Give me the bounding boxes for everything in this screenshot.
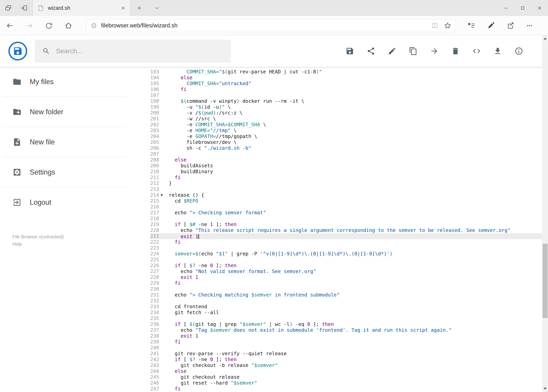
reading-view-icon[interactable] (431, 22, 438, 29)
browser-tab[interactable]: wizard.sh (33, 0, 131, 16)
refresh-button[interactable] (39, 16, 59, 35)
code-line[interactable]: 232 (129, 298, 542, 304)
rename-button[interactable] (388, 47, 396, 55)
code-line[interactable]: 203 -e HOME="//tmp" \ (129, 128, 542, 133)
maximize-button[interactable] (514, 0, 531, 16)
code-line[interactable]: 237 echo "Tag $semver does not exist in … (129, 327, 542, 333)
code-line[interactable]: 244 else (129, 368, 542, 374)
code-line[interactable]: 215 cd $REPO (129, 198, 542, 204)
info-button[interactable] (514, 47, 523, 55)
share-file-button[interactable] (367, 47, 375, 55)
tab-preview-button[interactable] (4, 4, 13, 12)
code-line[interactable]: 194 else (129, 75, 542, 81)
code-line[interactable]: 227 echo "Not valid semver format. See s… (129, 268, 542, 274)
save-button[interactable] (346, 47, 354, 55)
code-line[interactable]: 236 if [ $(git tag | grep "$semver" | wc… (129, 321, 542, 327)
code-editor[interactable]: 193 COMMIT_SHA="$(git rev-parse HEAD | c… (129, 67, 542, 392)
code-line[interactable]: 207 (129, 151, 542, 157)
settings-menu-button[interactable] (520, 16, 539, 35)
code-line[interactable]: 211 fi (129, 175, 542, 181)
code-line[interactable]: 221 exit 1 (129, 233, 542, 239)
code-line[interactable]: 202 -e COMMIT_SHA=$COMMIT_SHA \ (129, 122, 542, 128)
code-line[interactable]: 218 (129, 216, 542, 222)
code-line[interactable]: 206 sh -c "./wizard.sh -b" (129, 145, 542, 151)
code-line[interactable]: 214▾release () { (129, 192, 542, 198)
code-line[interactable]: 239 fi (129, 339, 542, 345)
new-tab-button[interactable] (131, 0, 148, 16)
delete-button[interactable] (451, 47, 460, 55)
code-line[interactable]: 217 echo "> Checking semver format" (129, 210, 542, 216)
favorite-star-icon[interactable] (444, 22, 451, 29)
scroll-down-arrow-icon[interactable] (542, 385, 548, 392)
code-line[interactable]: 241 git rev-parse --verify --quiet relea… (129, 351, 542, 357)
help-link[interactable]: Help (13, 240, 64, 248)
code-line[interactable]: 208 else (129, 157, 542, 163)
code-view-button[interactable] (472, 47, 481, 55)
code-line[interactable]: 209 buildAssets (129, 163, 542, 169)
code-line[interactable]: 193 COMMIT_SHA="$(git rev-parse HEAD | c… (129, 69, 542, 75)
code-line[interactable]: 247 fi (129, 386, 542, 392)
code-line[interactable]: 242 if [ $? -ne 0 ]; then (129, 357, 542, 363)
site-info-icon[interactable] (90, 22, 97, 29)
code-line[interactable]: 229 fi (129, 280, 542, 286)
code-line[interactable]: 204 -e GOPATH=//tmp/gopath \ (129, 133, 542, 139)
url-text[interactable]: filebrowser.web/files/wizard.sh (101, 22, 427, 29)
fold-arrow-icon[interactable]: ▾ (159, 192, 169, 198)
code-line[interactable]: 225 (129, 257, 542, 263)
copy-button[interactable] (409, 47, 417, 55)
download-button[interactable] (493, 47, 502, 55)
address-bar[interactable]: filebrowser.web/files/wizard.sh (86, 19, 456, 32)
hub-button[interactable] (462, 16, 481, 35)
code-line[interactable]: 246 git reset --hard "$semver" (129, 380, 542, 386)
sidebar-item-settings[interactable]: Settings (0, 157, 129, 187)
forward-button[interactable] (20, 16, 39, 35)
code-line[interactable]: 201 -w //src \ (129, 116, 542, 122)
code-line[interactable]: 223 (129, 245, 542, 251)
code-line[interactable]: 222 fi (129, 239, 542, 245)
search-box[interactable] (35, 40, 231, 63)
page-scrollbar[interactable] (542, 35, 548, 392)
sidebar-item-new-folder[interactable]: New folder (0, 97, 129, 127)
code-line[interactable]: 240 (129, 345, 542, 351)
code-line[interactable]: 234 git fetch --all (129, 310, 542, 315)
code-line[interactable]: 210 buildBinary (129, 169, 542, 175)
scrollbar-thumb[interactable] (542, 244, 548, 318)
code-line[interactable]: 200 -v /$(pwd):/src:z \ (129, 110, 542, 116)
sidebar-item-new-file[interactable]: New file (0, 127, 129, 157)
code-line[interactable]: 197 (129, 92, 542, 98)
home-button[interactable] (59, 16, 78, 35)
code-line[interactable]: 195 COMMIT_SHA="untracked" (129, 81, 542, 86)
code-line[interactable]: 213 (129, 186, 542, 192)
code-line[interactable]: 212} (129, 181, 542, 186)
tab-list-button[interactable] (148, 0, 166, 16)
code-line[interactable]: 226 if [ $? -ne 0 ]; then (129, 263, 542, 268)
code-line[interactable]: 199 -u "$(id -u)" \ (129, 104, 542, 110)
scroll-up-arrow-icon[interactable] (542, 35, 548, 42)
code-line[interactable]: 220 echo "This release script requires a… (129, 227, 542, 233)
code-line[interactable]: 205 filebrowser/dev \ (129, 139, 542, 145)
sidebar-item-my-files[interactable]: My files (0, 67, 129, 97)
code-line[interactable]: 196 fi (129, 86, 542, 92)
code-line[interactable]: 233 cd frontend (129, 304, 542, 310)
code-line[interactable]: 238 exit 1 (129, 333, 542, 339)
set-tabs-aside-button[interactable] (20, 4, 28, 12)
app-logo[interactable] (8, 42, 27, 61)
back-button[interactable] (0, 16, 20, 35)
code-line[interactable]: 219 if [ $# -ne 1 ]; then (129, 222, 542, 227)
tab-close-button[interactable] (120, 6, 126, 11)
web-notes-button[interactable] (481, 16, 500, 35)
code-line[interactable]: 235 (129, 315, 542, 321)
search-input[interactable] (56, 47, 223, 55)
minimize-button[interactable] (498, 0, 514, 16)
code-line[interactable]: 231 echo "> Checking matching $semver in… (129, 292, 542, 298)
code-line[interactable]: 228 exit 1 (129, 274, 542, 280)
sidebar-item-logout[interactable]: Logout (0, 187, 129, 217)
move-button[interactable] (430, 47, 439, 55)
code-line[interactable]: 198 $(command -v winpty) docker run --rm… (129, 98, 542, 104)
share-button[interactable] (500, 16, 520, 35)
code-line[interactable]: 243 git checkout -b release "$semver" (129, 363, 542, 368)
code-line[interactable]: 230 (129, 286, 542, 292)
code-line[interactable]: 245 git checkout release (129, 374, 542, 380)
code-line[interactable]: 216 (129, 204, 542, 210)
close-window-button[interactable] (531, 0, 548, 16)
